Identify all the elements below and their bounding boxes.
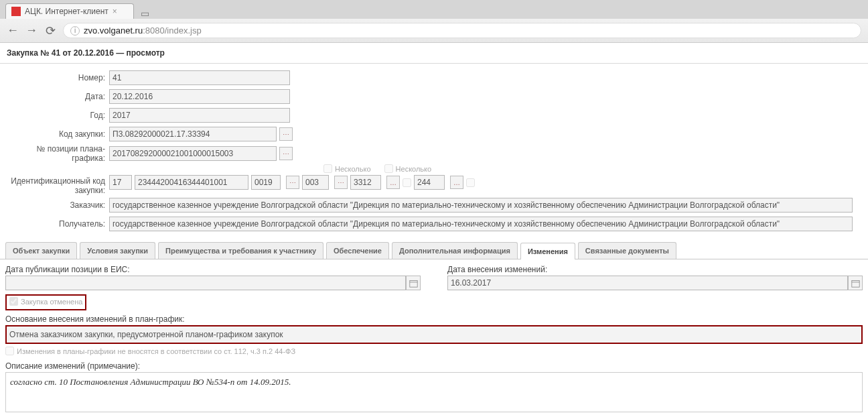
url-port: :8080 [143, 25, 165, 36]
browser-chrome: АЦК. Интернет-клиент × ▭ ← → ⟳ i zvo.vol… [0, 0, 868, 43]
ikz-p5 [350, 175, 381, 190]
lookup-icon[interactable]: ⋯ [334, 176, 348, 189]
pub-date-field [5, 276, 406, 290]
tab-changes[interactable]: Изменения [520, 243, 575, 259]
calendar-icon[interactable] [406, 276, 421, 290]
chg-date-label: Дата внесения изменений: [447, 265, 863, 274]
calendar-icon[interactable] [848, 276, 863, 290]
cancelled-highlight: Закупка отменена [5, 294, 86, 310]
noplan-label: Изменения в планы-графики не вносятся в … [17, 347, 295, 355]
tab-requirements[interactable]: Преимущества и требования к участнику [158, 242, 323, 259]
basis-highlight [5, 325, 863, 344]
cancelled-label: Закупка отменена [21, 298, 82, 306]
tab-object[interactable]: Объект закупки [5, 242, 77, 259]
number-label: Номер: [5, 73, 109, 82]
page-title: Закупка № 41 от 20.12.2016 — просмотр [0, 43, 868, 64]
year-label: Год: [5, 111, 109, 120]
svg-rect-0 [409, 280, 417, 287]
code-label: Код закупки: [5, 129, 109, 139]
date-label: Дата: [5, 92, 109, 101]
browser-tab[interactable]: АЦК. Интернет-клиент × [5, 3, 134, 19]
date-field [109, 89, 290, 104]
back-button[interactable]: ← [7, 23, 19, 38]
receiver-label: Получатель: [5, 219, 109, 229]
form-area: Номер: Дата: Год: Код закупки: ⋯ № позиц… [0, 64, 868, 238]
year-field [109, 108, 290, 123]
changes-pane: Дата публикации позиции в ЕИС: Дата внес… [0, 259, 868, 417]
chg-date-field [447, 276, 848, 290]
basis-label: Основание внесения изменений в план-граф… [5, 314, 863, 324]
customer-field [109, 198, 853, 213]
receiver-field [109, 217, 853, 231]
code-field [109, 127, 277, 141]
several-inline-1 [403, 178, 411, 187]
several-inline-2 [466, 178, 475, 187]
ident-label: Идентификационный код закупки: [5, 164, 109, 195]
basis-field [7, 326, 861, 343]
pub-date-label: Дата публикации позиции в ЕИС: [5, 265, 421, 274]
several-checkbox-2: Несколько [384, 164, 432, 173]
ellipsis-icon[interactable]: … [450, 176, 463, 189]
ikz-p3 [251, 175, 281, 190]
tab-addinfo[interactable]: Дополнительная информация [392, 242, 518, 259]
new-tab-button[interactable]: ▭ [135, 8, 155, 19]
lookup-icon[interactable]: ⋯ [279, 127, 293, 141]
ikz-p4 [302, 175, 329, 190]
svg-rect-2 [851, 280, 859, 287]
tab-security[interactable]: Обеспечение [326, 242, 389, 259]
customer-label: Заказчик: [5, 200, 109, 210]
forward-button[interactable]: → [25, 23, 38, 38]
planpos-label: № позиции плана-графика: [5, 144, 109, 163]
noplan-checkbox: Изменения в планы-графики не вносятся в … [5, 347, 295, 355]
url-path: /index.jsp [165, 25, 202, 36]
address-bar[interactable]: i zvo.volganet.ru:8080/index.jsp [63, 23, 861, 38]
ikz-p1 [109, 175, 132, 190]
cancelled-checkbox: Закупка отменена [9, 297, 82, 306]
lookup-icon[interactable]: ⋯ [286, 176, 299, 189]
close-icon[interactable]: × [113, 7, 117, 16]
tab-related[interactable]: Связанные документы [578, 242, 676, 259]
ellipsis-icon[interactable]: … [386, 176, 400, 189]
tab-strip: Объект закупки Условия закупки Преимущес… [0, 242, 868, 259]
ikz-p2 [135, 175, 248, 190]
url-host: zvo.volganet.ru [84, 25, 143, 36]
desc-label: Описание изменений (примечание): [5, 361, 863, 371]
tab-bar: АЦК. Интернет-клиент × ▭ [0, 0, 868, 19]
ikz-p6 [414, 175, 445, 190]
several-checkbox-1: Несколько [323, 164, 371, 173]
ident-group: Несколько Несколько ⋯ ⋯ … … [109, 164, 475, 190]
site-info-icon[interactable]: i [70, 26, 80, 36]
favicon [11, 7, 21, 16]
reload-button[interactable]: ⟳ [44, 23, 56, 38]
tab-conditions[interactable]: Условия закупки [80, 242, 155, 259]
tab-title: АЦК. Интернет-клиент [25, 7, 108, 16]
planpos-field [109, 146, 277, 161]
page-content: Закупка № 41 от 20.12.2016 — просмотр Но… [0, 43, 868, 417]
number-field [109, 70, 290, 85]
desc-field [5, 372, 863, 412]
lookup-icon[interactable]: ⋯ [279, 147, 293, 160]
nav-bar: ← → ⟳ i zvo.volganet.ru:8080/index.jsp [0, 19, 868, 42]
